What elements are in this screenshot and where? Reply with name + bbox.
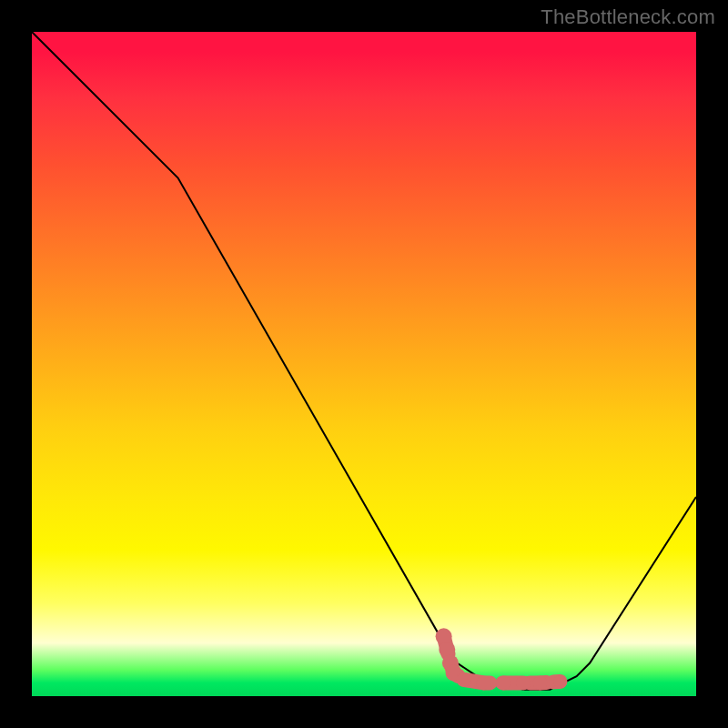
marker-dot [496, 675, 511, 690]
marker-dot [516, 675, 531, 690]
marker-dot [553, 675, 566, 688]
marker-dot [457, 672, 471, 687]
marker-dot [533, 675, 548, 690]
marker-group [436, 628, 567, 690]
chart-plot-area [32, 32, 696, 696]
watermark-text: TheBottleneck.com [541, 5, 715, 29]
marker-dot [476, 675, 490, 690]
main-curve [32, 32, 696, 690]
chart-svg [32, 32, 696, 696]
